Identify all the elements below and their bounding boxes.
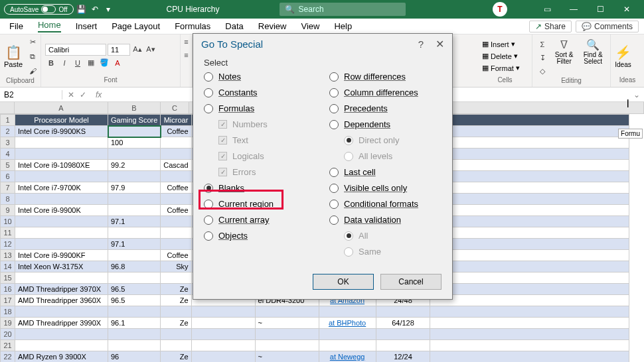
cell[interactable]: Intel Xeon W-3175X: [15, 261, 108, 272]
cell[interactable]: [15, 227, 108, 239]
cell[interactable]: [255, 329, 319, 340]
cell[interactable]: [319, 329, 376, 340]
cell[interactable]: [161, 137, 191, 149]
align-icon[interactable]: ≡: [181, 36, 193, 48]
tab-home[interactable]: Home: [38, 20, 61, 32]
cut-icon[interactable]: ✂: [27, 36, 39, 48]
cell[interactable]: [108, 329, 161, 340]
cell[interactable]: [108, 227, 161, 239]
cell[interactable]: Coffee: [161, 182, 191, 194]
fill-color-icon[interactable]: 🪣: [98, 57, 110, 69]
cell[interactable]: [161, 149, 191, 160]
tab-formulas[interactable]: Formulas: [175, 21, 210, 31]
cell[interactable]: [108, 250, 161, 261]
tab-file[interactable]: File: [9, 21, 23, 31]
option-dataval[interactable]: Data validation: [329, 215, 442, 225]
cell[interactable]: [319, 340, 376, 351]
row-header[interactable]: 12: [1, 239, 15, 250]
row-header[interactable]: 9: [1, 205, 15, 216]
name-box[interactable]: B2: [0, 90, 62, 99]
row-header[interactable]: 7: [1, 182, 15, 194]
cell[interactable]: [108, 194, 161, 205]
row-header[interactable]: 6: [1, 171, 15, 182]
row-header[interactable]: 4: [1, 149, 15, 160]
cell[interactable]: Ze: [161, 351, 191, 363]
cell[interactable]: at Newegg: [319, 351, 376, 363]
enter-formula-icon[interactable]: ✓: [80, 90, 86, 99]
row-header[interactable]: 15: [1, 272, 15, 284]
comments-button[interactable]: 💬Comments: [576, 21, 639, 32]
cell[interactable]: [161, 272, 191, 284]
option-precedents[interactable]: Precedents: [329, 103, 442, 113]
row-header[interactable]: 20: [1, 329, 15, 340]
cell[interactable]: [191, 329, 255, 340]
cell[interactable]: 96.8: [108, 261, 161, 272]
cell[interactable]: [161, 227, 191, 239]
cell[interactable]: [161, 194, 191, 205]
cell[interactable]: 96.1: [108, 318, 161, 329]
ribbon-options-icon[interactable]: ▭: [534, 0, 560, 19]
row-header[interactable]: 16: [1, 284, 15, 295]
cell[interactable]: [108, 306, 161, 318]
row-header[interactable]: 13: [1, 250, 15, 261]
cell[interactable]: [15, 216, 108, 227]
autosum-icon[interactable]: Σ: [536, 38, 548, 50]
cancel-formula-icon[interactable]: ✕: [68, 90, 74, 99]
underline-icon[interactable]: U: [72, 57, 84, 69]
cell[interactable]: Ze: [161, 318, 191, 329]
option-dependents[interactable]: Dependents: [329, 119, 442, 129]
cells-format[interactable]: ▦Format ▾: [482, 62, 520, 74]
option-rowdiff[interactable]: Row differences: [329, 72, 442, 82]
cell[interactable]: [376, 329, 430, 340]
cell[interactable]: [15, 171, 108, 182]
option-formulas[interactable]: Formulas: [204, 103, 316, 113]
cell[interactable]: Intel Core i9-9900K: [15, 205, 108, 216]
row-header[interactable]: 1: [1, 115, 15, 126]
cell[interactable]: ~: [255, 318, 319, 329]
row-header[interactable]: 14: [1, 261, 15, 272]
cell[interactable]: [15, 194, 108, 205]
tab-review[interactable]: Review: [258, 21, 287, 31]
option-condfmt[interactable]: Conditional formats: [329, 199, 442, 209]
option-objects[interactable]: Objects: [204, 231, 316, 241]
cell[interactable]: [376, 340, 430, 351]
row-header[interactable]: 19: [1, 318, 15, 329]
grow-font-icon[interactable]: A▴: [131, 44, 143, 56]
cell[interactable]: Intel Core i9-10980XE: [15, 160, 108, 171]
cell[interactable]: [15, 329, 108, 340]
cell[interactable]: [191, 340, 255, 351]
cell[interactable]: [15, 239, 108, 250]
cell[interactable]: Cascad: [161, 160, 191, 171]
search-input[interactable]: 🔍 Search: [280, 3, 406, 16]
sort-filter-button[interactable]: ᐁ Sort & Filter: [552, 38, 576, 65]
cell[interactable]: [15, 340, 108, 351]
cell[interactable]: 96.5: [108, 295, 161, 306]
cell[interactable]: [161, 340, 191, 351]
cell[interactable]: Coffee: [161, 250, 191, 261]
font-size-select[interactable]: 11: [108, 44, 130, 56]
undo-icon[interactable]: ↶: [90, 4, 100, 15]
option-notes[interactable]: Notes: [204, 72, 316, 82]
fill-icon[interactable]: ↧: [536, 52, 548, 64]
qat-more-icon[interactable]: ▾: [103, 4, 114, 15]
cell[interactable]: [161, 216, 191, 227]
cell[interactable]: [15, 306, 108, 318]
font-color-icon[interactable]: A: [112, 57, 123, 69]
cell[interactable]: 96: [108, 351, 161, 363]
border-icon[interactable]: ▦: [85, 57, 97, 69]
row-header[interactable]: 8: [1, 194, 15, 205]
col-header-C[interactable]: C: [161, 102, 189, 114]
clear-icon[interactable]: ◇: [536, 65, 548, 77]
option-visible[interactable]: Visible cells only: [329, 183, 442, 193]
help-button[interactable]: ?: [418, 38, 424, 50]
cell[interactable]: Intel Core i7-9700K: [15, 182, 108, 194]
cell[interactable]: [108, 340, 161, 351]
minimize-icon[interactable]: ―: [560, 0, 587, 19]
cell[interactable]: [376, 306, 430, 318]
bold-icon[interactable]: B: [45, 57, 57, 69]
row-header[interactable]: 22: [1, 351, 15, 363]
col-header-B[interactable]: B: [108, 102, 161, 114]
close-icon[interactable]: ✕: [613, 0, 640, 19]
cell[interactable]: Intel Core i9-9900KF: [15, 250, 108, 261]
cell[interactable]: [191, 318, 255, 329]
